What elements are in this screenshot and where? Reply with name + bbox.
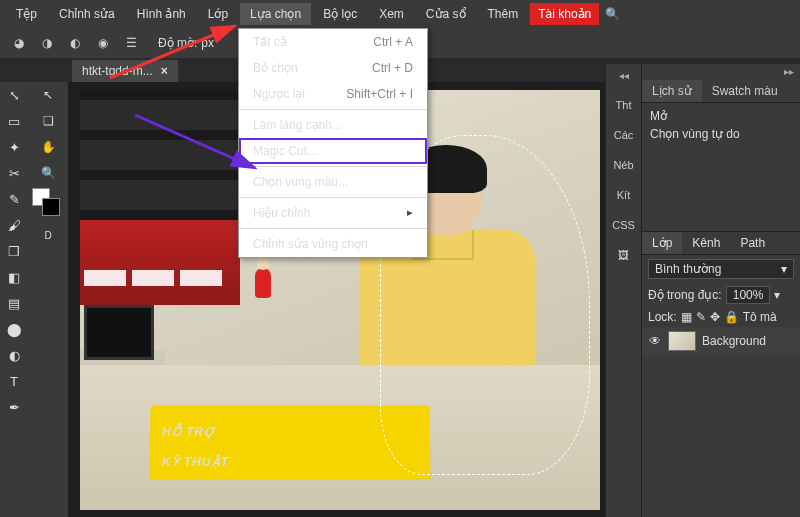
select-menu-dropdown: Tất cảCtrl + A Bỏ chọnCtrl + D Ngược lại… bbox=[238, 28, 428, 258]
menu-image[interactable]: Hình ảnh bbox=[127, 3, 196, 25]
color-swatches[interactable] bbox=[28, 186, 68, 222]
lock-brush-icon[interactable]: ✎ bbox=[696, 310, 706, 324]
chevron-down-icon: ▾ bbox=[781, 262, 787, 276]
lock-all-icon[interactable]: 🔒 bbox=[724, 310, 739, 324]
strip-label-3[interactable]: Néb bbox=[613, 159, 633, 171]
collapse-icon[interactable]: ◂◂ bbox=[619, 70, 629, 81]
dodge-tool[interactable]: ◐ bbox=[0, 342, 28, 368]
menu-deselect[interactable]: Bỏ chọnCtrl + D bbox=[239, 55, 427, 81]
brush-tool[interactable]: 🖌 bbox=[0, 212, 28, 238]
menu-magic-cut[interactable]: Magic Cut... bbox=[239, 138, 427, 164]
history-item[interactable]: Chọn vùng tự do bbox=[650, 127, 792, 141]
brush-shape-icon[interactable]: ◕ bbox=[8, 32, 30, 54]
lock-move-icon[interactable]: ✥ bbox=[710, 310, 720, 324]
menu-select[interactable]: Lựa chọn bbox=[240, 3, 311, 25]
document-title: htkt-tgdd-m... bbox=[82, 64, 153, 78]
menu-inverse[interactable]: Ngược lạiShift+Ctrl + I bbox=[239, 81, 427, 107]
background-color[interactable] bbox=[42, 198, 60, 216]
type-tool[interactable]: T bbox=[0, 368, 28, 394]
paths-tab[interactable]: Path bbox=[730, 232, 775, 254]
strip-label-1[interactable]: Tht bbox=[616, 99, 632, 111]
collapse-panels-icon[interactable]: ▸▸ bbox=[642, 64, 800, 79]
layer-thumbnail[interactable] bbox=[668, 331, 696, 351]
document-tab[interactable]: htkt-tgdd-m... × bbox=[72, 60, 178, 82]
zoom-tool[interactable]: 🔍 bbox=[28, 160, 68, 186]
strip-label-5[interactable]: CSS bbox=[612, 219, 635, 231]
layers-tab[interactable]: Lớp bbox=[642, 232, 682, 254]
history-item[interactable]: Mở bbox=[650, 109, 792, 123]
swatches-tab[interactable]: Swatch màu bbox=[702, 80, 788, 102]
menu-refine-edge[interactable]: Làm láng cạnh... bbox=[239, 112, 427, 138]
search-icon[interactable]: 🔍 bbox=[601, 3, 623, 25]
brush-shape4-icon[interactable]: ◉ bbox=[92, 32, 114, 54]
hand-tool[interactable]: ✋ bbox=[28, 134, 68, 160]
menu-icon[interactable]: ☰ bbox=[120, 32, 142, 54]
wand-tool[interactable]: ✦ bbox=[0, 134, 28, 160]
channels-tab[interactable]: Kênh bbox=[682, 232, 730, 254]
toolbox-outer: ⤡ ▭ ✦ ✂ ✎ 🖌 ❒ ◧ ▤ ⬤ ◐ T ✒ bbox=[0, 82, 28, 420]
layer-opacity-label: Độ trong đục: bbox=[648, 288, 722, 302]
lock-transparency-icon[interactable]: ▦ bbox=[681, 310, 692, 324]
menu-more[interactable]: Thêm bbox=[478, 3, 529, 25]
visibility-icon[interactable]: 👁 bbox=[648, 334, 662, 348]
right-panels: ▸▸ Lịch sử Swatch màu Mở Chọn vùng tự do… bbox=[641, 64, 800, 517]
swatch-reset[interactable]: D bbox=[28, 222, 68, 248]
lock-label: Lock: bbox=[648, 310, 677, 324]
opacity-label: Độ mờ: bbox=[158, 36, 197, 50]
fill-label: Tô mà bbox=[743, 310, 777, 324]
layer-row[interactable]: 👁 Background bbox=[642, 327, 800, 355]
menu-account[interactable]: Tài khoản bbox=[530, 3, 599, 25]
layer-opacity-value[interactable]: 100% bbox=[726, 286, 771, 304]
close-icon[interactable]: × bbox=[161, 64, 168, 78]
stamp-tool[interactable]: ❒ bbox=[0, 238, 28, 264]
menu-filter[interactable]: Bộ lọc bbox=[313, 3, 367, 25]
eraser-tool[interactable]: ◧ bbox=[0, 264, 28, 290]
brush-shape2-icon[interactable]: ◑ bbox=[36, 32, 58, 54]
move-tool[interactable]: ↖ bbox=[28, 82, 68, 108]
brush-shape3-icon[interactable]: ◐ bbox=[64, 32, 86, 54]
strip-label-4[interactable]: Kít bbox=[617, 189, 630, 201]
menu-window[interactable]: Cửa sổ bbox=[416, 3, 476, 25]
expand-icon[interactable]: ⤡ bbox=[0, 82, 28, 108]
opacity-value[interactable]: px bbox=[201, 36, 214, 50]
menubar: Tệp Chỉnh sửa Hình ảnh Lớp Lựa chọn Bộ l… bbox=[0, 0, 800, 28]
history-tab[interactable]: Lịch sử bbox=[642, 80, 702, 102]
panel-strip: ◂◂ Tht Các Néb Kít CSS 🖼 bbox=[605, 64, 641, 517]
toolbox-inner: ↖ ❑ ✋ 🔍 D bbox=[28, 82, 68, 248]
pen-tool[interactable]: ✒ bbox=[0, 394, 28, 420]
layer-name[interactable]: Background bbox=[702, 334, 766, 348]
signboard: HỖ TRỢKỸ THUẬT bbox=[150, 405, 431, 480]
image-icon[interactable]: 🖼 bbox=[618, 249, 629, 261]
menu-modify[interactable]: Hiệu chỉnh bbox=[239, 200, 427, 226]
strip-label-2[interactable]: Các bbox=[614, 129, 634, 141]
menu-file[interactable]: Tệp bbox=[6, 3, 47, 25]
crop-tool[interactable]: ✂ bbox=[0, 160, 28, 186]
menu-layer[interactable]: Lớp bbox=[198, 3, 238, 25]
history-panel: Mở Chọn vùng tự do bbox=[642, 103, 800, 232]
marquee-tool[interactable]: ▭ bbox=[0, 108, 28, 134]
menu-edit[interactable]: Chỉnh sửa bbox=[49, 3, 125, 25]
chevron-down-icon[interactable]: ▾ bbox=[774, 288, 780, 302]
lasso-tool[interactable]: ❑ bbox=[28, 108, 68, 134]
menu-select-all[interactable]: Tất cảCtrl + A bbox=[239, 29, 427, 55]
eyedropper-tool[interactable]: ✎ bbox=[0, 186, 28, 212]
menu-view[interactable]: Xem bbox=[369, 3, 414, 25]
menu-color-range[interactable]: Chọn vùng màu... bbox=[239, 169, 427, 195]
blur-tool[interactable]: ⬤ bbox=[0, 316, 28, 342]
menu-edit-selection[interactable]: Chỉnh sửa vùng chọn bbox=[239, 231, 427, 257]
gradient-tool[interactable]: ▤ bbox=[0, 290, 28, 316]
blend-mode-select[interactable]: Bình thường▾ bbox=[648, 259, 794, 279]
